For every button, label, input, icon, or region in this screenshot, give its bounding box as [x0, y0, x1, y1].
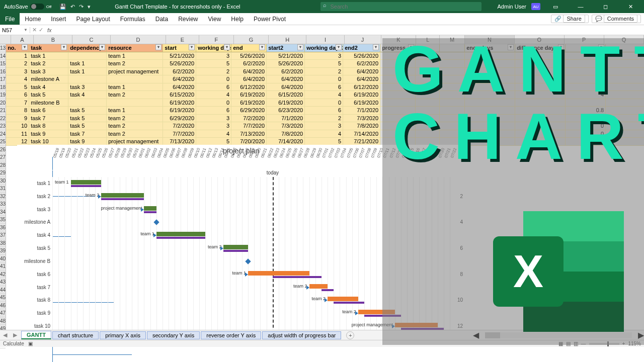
row-header[interactable]: 24 — [0, 130, 6, 138]
row-header[interactable]: 32 — [0, 193, 6, 201]
cell[interactable] — [440, 122, 465, 130]
cell[interactable]: 6/19/2020 — [343, 99, 380, 107]
cell[interactable] — [380, 75, 416, 83]
cell[interactable] — [465, 130, 515, 138]
cell[interactable] — [380, 68, 416, 76]
cell[interactable] — [107, 75, 163, 83]
cell[interactable]: 6/2/2020 — [267, 68, 305, 76]
cell[interactable]: 4 — [6, 75, 29, 83]
col-Q[interactable]: Q — [604, 35, 644, 44]
cell[interactable] — [566, 75, 606, 83]
row-header[interactable]: 23 — [0, 122, 6, 130]
cell[interactable] — [465, 122, 515, 130]
cell[interactable]: 5 — [196, 60, 231, 68]
col-N[interactable]: N — [465, 35, 515, 44]
row-header[interactable]: 27 — [0, 153, 6, 161]
scroll-left-icon[interactable]: ◀ — [473, 330, 479, 340]
cell[interactable]: 6/29/2020 — [231, 107, 267, 115]
horizontal-scrollbar[interactable]: ◀ ▶ — [473, 330, 644, 340]
cell[interactable]: team 2 — [107, 115, 163, 123]
cell[interactable]: 6/4/2020 — [267, 75, 305, 83]
tab-formulas[interactable]: Formulas — [115, 13, 150, 25]
cell[interactable]: task 4 — [29, 83, 68, 92]
row-header[interactable]: 29 — [0, 169, 6, 177]
fx-label[interactable]: fx — [45, 27, 54, 33]
row-header[interactable]: 36 — [0, 224, 6, 232]
row-header[interactable]: 31 — [0, 185, 6, 193]
cell[interactable]: task 1 — [68, 68, 107, 76]
cell[interactable] — [465, 99, 515, 107]
col-A[interactable]: A — [11, 35, 34, 44]
tab-page-layout[interactable]: Page Layout — [71, 13, 115, 25]
cell[interactable]: 2 — [305, 68, 343, 76]
tab-help[interactable]: Help — [226, 13, 249, 25]
row-header[interactable]: 46 — [0, 302, 6, 310]
cell[interactable]: 6/4/2020 — [343, 68, 380, 76]
cell[interactable] — [606, 60, 644, 68]
cell[interactable]: 6/2/2020 — [343, 60, 380, 68]
col-I[interactable]: I — [306, 35, 344, 44]
cell[interactable]: 6 — [6, 91, 29, 99]
cell[interactable]: 5/26/2020 — [343, 52, 380, 60]
qat-more-icon[interactable]: ▾ — [88, 4, 91, 10]
hdr-diffO[interactable]: difference days — [515, 44, 566, 52]
cell[interactable]: milestone A — [29, 75, 68, 83]
col-J[interactable]: J — [345, 35, 381, 44]
cell[interactable]: 5/21/2020 — [163, 52, 196, 60]
gantt-chart[interactable]: project plan 05/1805/1905/2005/2105/2205… — [17, 145, 465, 341]
tab-home[interactable]: Home — [20, 13, 46, 25]
cells-area[interactable]: no. task dependency resource start worki… — [6, 44, 644, 347]
cell[interactable] — [606, 130, 644, 138]
cell[interactable]: 0 — [196, 99, 231, 107]
row-header[interactable]: 34 — [0, 208, 6, 216]
scroll-right-icon[interactable]: ▶ — [638, 330, 644, 340]
cell[interactable] — [380, 130, 416, 138]
autosave-toggle[interactable] — [30, 4, 44, 10]
cell[interactable] — [440, 83, 465, 92]
row-header[interactable]: 28 — [0, 161, 6, 169]
cell[interactable]: 6/4/2020 — [163, 75, 196, 83]
cell[interactable] — [515, 122, 566, 130]
cell[interactable] — [465, 138, 515, 146]
row-header[interactable]: 22 — [0, 115, 6, 123]
cell[interactable] — [440, 107, 465, 115]
view-normal-icon[interactable]: ▦ — [558, 341, 563, 346]
cell[interactable]: task 5 — [29, 91, 68, 99]
cell[interactable]: 0 — [566, 115, 606, 123]
hdr-end[interactable]: end — [231, 44, 267, 52]
cell[interactable] — [465, 115, 515, 123]
cell[interactable] — [416, 83, 440, 92]
hdr-end2[interactable]: end2 — [343, 44, 380, 52]
row-header[interactable]: 21 — [0, 107, 6, 115]
cell[interactable] — [515, 91, 566, 99]
cell[interactable]: 0 — [305, 75, 343, 83]
cell[interactable]: 6/4/2020 — [163, 83, 196, 92]
cell[interactable]: 7 — [6, 99, 29, 107]
cell[interactable]: 1 — [6, 52, 29, 60]
cell[interactable]: 5/21/2020 — [267, 52, 305, 60]
macro-record-icon[interactable]: ▣ — [28, 341, 33, 346]
cell[interactable] — [465, 107, 515, 115]
table-row[interactable]: 9task 7task 5team 26/29/202037/2/20207/1… — [6, 115, 644, 123]
cell[interactable]: 3 — [566, 52, 606, 60]
hdr-Q[interactable] — [606, 44, 644, 52]
cell[interactable]: task 5 — [68, 115, 107, 123]
zoom-in-icon[interactable]: + — [622, 341, 625, 346]
cell[interactable] — [107, 99, 163, 107]
cell[interactable]: 5/26/2020 — [231, 52, 267, 60]
cell[interactable]: 7/8/2020 — [267, 130, 305, 138]
cell[interactable]: 7/1/2020 — [267, 115, 305, 123]
table-row[interactable]: 10task 8task 5team 27/2/202037/7/20207/3… — [6, 122, 644, 130]
cell[interactable]: 2 — [305, 115, 343, 123]
cell[interactable]: team 2 — [107, 60, 163, 68]
table-row[interactable]: 3task 3task 1project management6/2/20202… — [6, 68, 644, 76]
cell[interactable]: task 4 — [68, 91, 107, 99]
tab-power-pivot[interactable]: Power Pivot — [249, 13, 291, 25]
col-H[interactable]: H — [269, 35, 306, 44]
cell[interactable]: 6/19/2020 — [231, 91, 267, 99]
comments-button[interactable]: 💬 Comments — [592, 15, 641, 23]
cell[interactable] — [416, 99, 440, 107]
cell[interactable]: task 2 — [29, 60, 68, 68]
cell[interactable]: task 1 — [29, 52, 68, 60]
cell[interactable] — [440, 99, 465, 107]
